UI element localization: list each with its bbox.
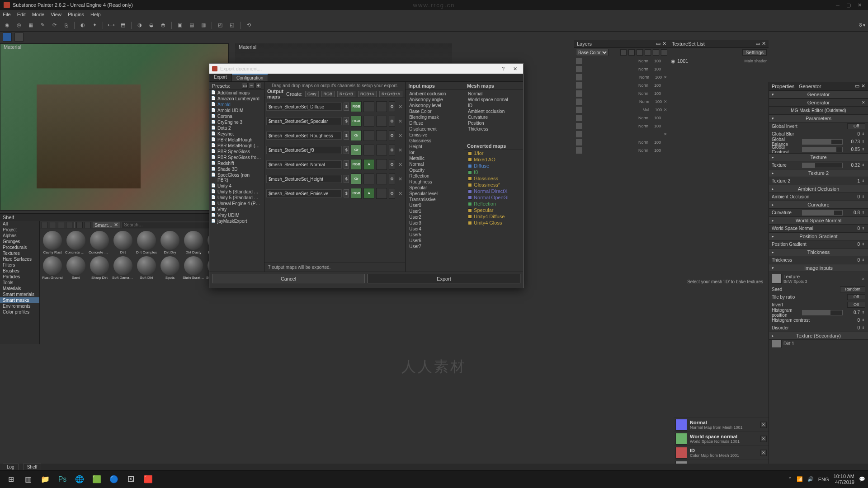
texture-clear-icon[interactable]: ✕ xyxy=(862,277,865,281)
preset-item[interactable]: jayMaskExport xyxy=(209,218,264,224)
output-config-icon[interactable]: ⚙ xyxy=(389,130,395,141)
texset-settings-button[interactable]: Settings xyxy=(742,49,767,56)
channel-empty[interactable] xyxy=(376,101,387,112)
chip-close-icon[interactable]: ✕ xyxy=(114,222,118,228)
dialog-meshmap-item[interactable]: Curvature xyxy=(464,114,523,120)
converted-map-item[interactable]: Specular xyxy=(464,207,523,213)
output-token-button[interactable]: $ xyxy=(344,146,349,154)
output-config-icon[interactable]: ⚙ xyxy=(389,101,395,112)
shelf-category[interactable]: Materials xyxy=(0,286,39,291)
shelf-category[interactable]: Brushes xyxy=(0,268,39,274)
dialog-meshmap-item[interactable]: Thickness xyxy=(464,126,523,132)
maximize-button[interactable]: ▢ xyxy=(844,1,854,9)
props-undock-icon[interactable]: ▭ xyxy=(855,83,859,89)
channel-alpha[interactable]: A xyxy=(363,159,374,170)
output-name-input[interactable] xyxy=(266,146,342,154)
layers-close-icon[interactable]: ✕ xyxy=(662,41,666,47)
layer-delete-icon[interactable]: ✕ xyxy=(664,132,667,136)
layer-delete-icon[interactable]: ✕ xyxy=(664,108,667,112)
shelf-category[interactable]: Particles xyxy=(0,274,39,280)
output-token-button[interactable]: $ xyxy=(344,117,349,125)
layer-row[interactable]: Norm100 xyxy=(574,81,669,89)
channel-empty[interactable] xyxy=(363,145,374,155)
tool-camera-icon[interactable]: ◓ xyxy=(159,21,168,30)
preset-clone-button[interactable]: ▭ xyxy=(242,83,248,89)
texture-thumb[interactable] xyxy=(772,274,782,284)
chevron-down-icon[interactable]: ▾ xyxy=(772,92,774,97)
converted-map-item[interactable]: Unity4 Diffuse xyxy=(464,213,523,220)
output-delete-icon[interactable]: ✕ xyxy=(397,130,403,141)
layer-row[interactable]: Norm100 xyxy=(574,122,669,130)
channel-gray[interactable]: Gr xyxy=(351,145,362,155)
layer-row[interactable]: Norm100 xyxy=(574,138,669,146)
dialog-tab-export[interactable]: Export xyxy=(209,74,232,81)
shelf-filter-chip[interactable]: Smart…✕ xyxy=(93,222,120,228)
shelf-item[interactable]: Soft Damages xyxy=(112,256,134,280)
shelf-view1-icon[interactable] xyxy=(42,222,48,228)
shelf-item[interactable]: Dirt xyxy=(112,231,134,254)
input-map-item[interactable]: Glossiness xyxy=(406,138,464,144)
preset-item[interactable]: Unity 4 xyxy=(209,183,264,189)
input-map-item[interactable]: Base Color xyxy=(406,108,464,114)
preset-item[interactable]: Arnold UDIM xyxy=(209,108,264,113)
shelf-view4-icon[interactable] xyxy=(66,222,72,228)
layer-row[interactable]: Norm100 xyxy=(574,114,669,122)
output-config-icon[interactable]: ⚙ xyxy=(389,188,395,199)
output-name-input[interactable] xyxy=(266,131,342,140)
channel-empty[interactable] xyxy=(376,145,387,155)
create-rgba-button[interactable]: RGB+A xyxy=(358,91,377,97)
tool-particle-icon[interactable]: ✦ xyxy=(90,21,99,30)
output-token-button[interactable]: $ xyxy=(344,131,349,140)
preset-item[interactable]: Unreal Engine 4 (P… xyxy=(209,201,264,206)
preset-item[interactable]: PBR MetalRough xyxy=(209,137,264,143)
input-map-item[interactable]: Reflection xyxy=(406,173,464,179)
global-invert-toggle[interactable]: Off xyxy=(847,123,865,129)
meshmap-row[interactable]: World space normalWorld Space Normals 10… xyxy=(674,432,769,446)
input-map-item[interactable]: User7 xyxy=(406,244,464,249)
input-map-item[interactable]: User6 xyxy=(406,238,464,244)
layer-delete-icon[interactable] xyxy=(653,49,659,56)
shelf-category[interactable]: Textures xyxy=(0,250,39,256)
menu-file[interactable]: File xyxy=(3,12,11,17)
create-rgb-button[interactable]: RGB xyxy=(321,91,335,97)
output-delete-icon[interactable]: ✕ xyxy=(397,145,403,155)
layer-delete-icon[interactable]: ✕ xyxy=(664,75,667,80)
channel-gray[interactable]: Gr xyxy=(351,130,362,141)
app-icon-1[interactable]: 🟩 xyxy=(89,472,105,487)
output-delete-icon[interactable]: ✕ xyxy=(397,159,403,170)
props-close-icon[interactable]: ✕ xyxy=(861,83,865,89)
shelf-filter-icon[interactable] xyxy=(76,222,83,228)
shelf-category[interactable]: Smart masks xyxy=(0,297,39,303)
texture-secondary-thumb[interactable] xyxy=(772,340,782,348)
channel-alpha[interactable]: A xyxy=(363,188,374,199)
converted-map-item[interactable]: Diffuse xyxy=(464,163,523,169)
input-map-item[interactable]: Emissive xyxy=(406,132,464,138)
shelf-view3-icon[interactable] xyxy=(58,222,64,228)
tool-baker-icon[interactable]: ⬒ xyxy=(118,21,127,30)
converted-map-item[interactable]: Unity4 Gloss xyxy=(464,220,523,226)
shelf-item[interactable]: Cavity Rust xyxy=(42,231,63,254)
shelf-category[interactable]: Filters xyxy=(0,262,39,268)
input-map-item[interactable]: Ior xyxy=(406,150,464,155)
menu-view[interactable]: View xyxy=(51,12,61,17)
layer-row[interactable]: Norm100 xyxy=(574,65,669,73)
texset-undock-icon[interactable]: ▭ xyxy=(755,41,760,47)
dialog-meshmap-item[interactable]: Normal xyxy=(464,91,523,97)
meshmap-clear-icon[interactable]: ✕ xyxy=(760,450,767,456)
layer-row[interactable]: ✕ xyxy=(574,130,669,138)
photos-icon[interactable]: 🖼 xyxy=(123,472,139,487)
output-name-input[interactable] xyxy=(266,160,342,169)
preset-item[interactable]: Vray UDIM xyxy=(209,212,264,218)
photoshop-icon[interactable] xyxy=(3,33,12,42)
global-contrast-slider[interactable] xyxy=(802,147,843,152)
tool-projection-icon[interactable]: ▦ xyxy=(26,21,35,30)
channel-empty[interactable] xyxy=(376,130,387,141)
converted-map-item[interactable]: Normal OpenGL xyxy=(464,194,523,201)
shelf-item[interactable]: Dirt Dry xyxy=(159,231,181,254)
tool-iray-icon[interactable]: ◑ xyxy=(135,21,144,30)
tool-3d-icon[interactable]: ▥ xyxy=(199,21,208,30)
shelf-category[interactable]: Grunges xyxy=(0,239,39,244)
shelf-category[interactable]: Alphas xyxy=(0,233,39,239)
output-config-icon[interactable]: ⚙ xyxy=(389,116,395,127)
channel-rgb[interactable]: RGB xyxy=(351,116,362,127)
